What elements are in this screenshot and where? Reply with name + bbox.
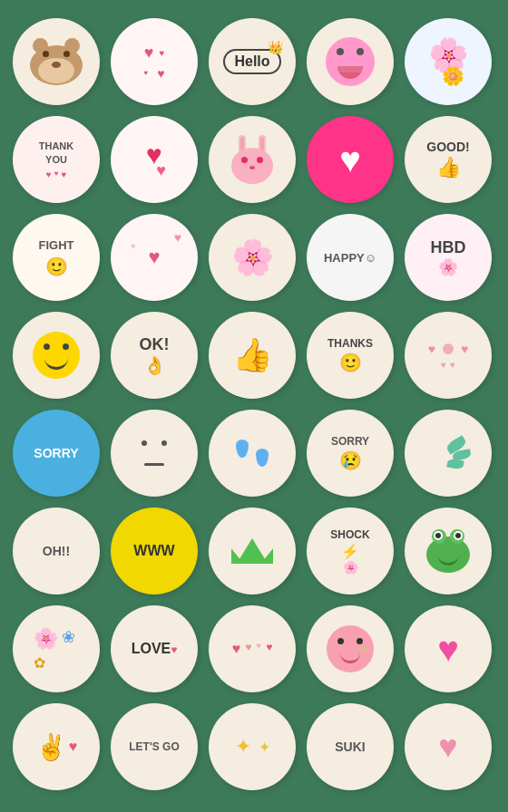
love-text: LOVE♥ (132, 641, 178, 657)
sticker-grid: ♥ ♥ ♥ ♥ Hello 👑 (0, 4, 508, 808)
suki-text: SUKI (335, 740, 365, 754)
sticker-ok[interactable]: OK! 👌 (111, 312, 198, 399)
sticker-pink-smile[interactable] (307, 605, 394, 692)
sticker-thank-you[interactable]: THANK YOU ♥ ♥ ♥ (13, 116, 100, 203)
sticker-heart-small-pink[interactable]: ♥ (405, 703, 492, 790)
sticker-shock[interactable]: SHOCK ⚡ 🌸 (307, 508, 394, 594)
sticker-sorry-blue[interactable]: SORRY (13, 410, 100, 497)
sticker-yellow-smile[interactable] (13, 312, 100, 399)
sticker-flower-pink[interactable]: 🌸 (209, 214, 296, 301)
sticker-happy[interactable]: HAPPY☺ (307, 214, 394, 301)
sticker-crown-green[interactable] (209, 508, 296, 594)
letsgo-text: LET'S GO (129, 740, 180, 753)
sticker-good[interactable]: GOOD! 👍 (405, 116, 492, 203)
sticker-cheeks[interactable]: ♥ ♥ ♥ ♥ (405, 312, 492, 399)
sticker-oh[interactable]: OH!! (13, 508, 100, 594)
fight-text: FIGHT (39, 238, 74, 252)
sticker-neutral-face[interactable] (111, 410, 198, 497)
sticker-hearts-pink[interactable]: ♥ ♥ ♥ (111, 214, 198, 301)
sorry-blue-text: SORRY (34, 446, 78, 460)
sticker-smiley-tongue[interactable] (307, 18, 394, 105)
sticker-hearts-dots[interactable]: ♥ ♥ ♥ ♥ (111, 18, 198, 105)
shock-text: SHOCK (330, 528, 369, 541)
sticker-www[interactable]: WWW (111, 508, 198, 594)
sticker-peace-heart[interactable]: ✌️ ♥ (13, 703, 100, 790)
happy-text: HAPPY☺ (324, 251, 376, 265)
ok-text: OK! (140, 335, 170, 354)
www-text: WWW (133, 543, 174, 559)
sticker-bear[interactable] (13, 18, 100, 105)
thank-you-line2: YOU (39, 153, 74, 167)
sticker-fight[interactable]: FIGHT 🙂 (13, 214, 100, 301)
sticker-pink-heart[interactable]: ♥ (307, 116, 394, 203)
thanks-text: THANKS (327, 337, 373, 350)
sticker-flower-blue[interactable]: 🌸 🌼 (405, 18, 492, 105)
sticker-sparkles[interactable]: ✦ ✦ (209, 703, 296, 790)
sticker-hbd[interactable]: HBD 🌸 (405, 214, 492, 301)
sticker-pink-heart-plain[interactable]: ♥ (405, 605, 492, 692)
sticker-sorry-sad[interactable]: SORRY 😢 (307, 410, 394, 497)
sticker-hearts-red[interactable]: ♥ ♥ (111, 116, 198, 203)
sticker-hello[interactable]: Hello 👑 (209, 18, 296, 105)
sticker-flowers-colorful[interactable]: 🌸 ❀ ✿ (13, 605, 100, 692)
sticker-thanks[interactable]: THANKS 🙂 (307, 312, 394, 399)
sticker-bunny[interactable] (209, 116, 296, 203)
sticker-love[interactable]: LOVE♥ (111, 605, 198, 692)
sticker-hearts-small[interactable]: ♥ ♥ ♥ ♥ (209, 605, 296, 692)
thank-you-line1: THANK (39, 140, 74, 153)
oh-text: OH!! (43, 544, 70, 558)
sorry-sad-text: SORRY (331, 435, 369, 448)
hbd-text: HBD (431, 238, 466, 257)
sticker-letsgo[interactable]: LET'S GO (111, 703, 198, 790)
sticker-frog[interactable] (405, 508, 492, 594)
sticker-suki[interactable]: SUKI (307, 703, 394, 790)
sticker-swipe[interactable] (405, 410, 492, 497)
sticker-thumbs[interactable]: 👍 (209, 312, 296, 399)
sticker-water-drops[interactable] (209, 410, 296, 497)
hello-text: Hello (234, 53, 269, 69)
good-text: GOOD! (426, 140, 469, 154)
